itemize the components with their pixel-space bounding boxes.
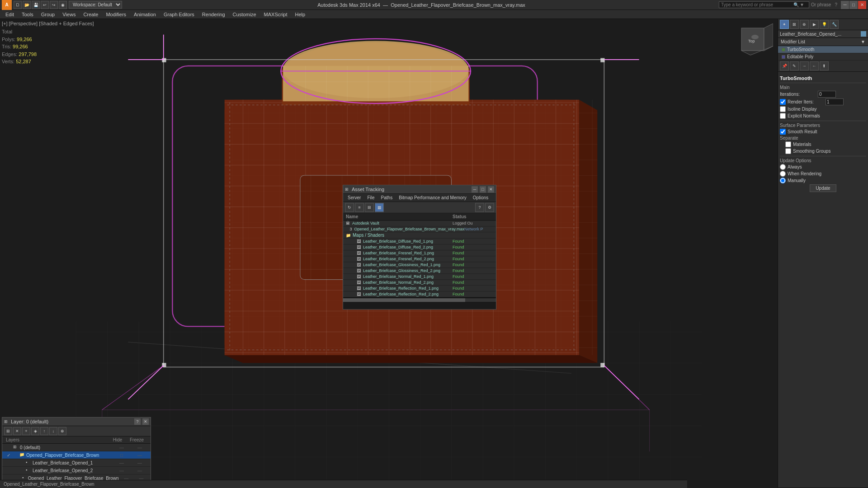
layers-select-btn[interactable]: ◈ bbox=[31, 427, 39, 435]
asset-row-map-6[interactable]: 🖼 Leather_Briefcase_Normal_Red_1.png Fou… bbox=[343, 274, 496, 280]
menu-maxscript[interactable]: MAXScript bbox=[260, 11, 291, 18]
asset-hscroll-thumb[interactable] bbox=[343, 298, 465, 302]
asset-row-map-3[interactable]: 🖼 Leather_Briefcase_Fresnel_Red_2.png Fo… bbox=[343, 256, 496, 262]
menu-animation[interactable]: Animation bbox=[130, 11, 160, 18]
close-button[interactable]: ✕ bbox=[858, 1, 866, 9]
asset-scrollbar[interactable] bbox=[343, 297, 496, 302]
layers-down-btn[interactable]: ↓ bbox=[49, 427, 57, 435]
display-panel-icon[interactable]: 💡 bbox=[820, 20, 829, 29]
create-panel-icon[interactable]: ✦ bbox=[780, 20, 789, 29]
menu-edit[interactable]: Edit bbox=[2, 11, 18, 18]
menu-customize[interactable]: Customize bbox=[229, 11, 260, 18]
utilities-panel-icon[interactable]: 🔧 bbox=[830, 20, 839, 29]
ts-manually-radio[interactable] bbox=[780, 178, 786, 183]
undo-btn[interactable]: ↩ bbox=[41, 1, 49, 9]
ts-update-button[interactable]: Update bbox=[810, 184, 836, 192]
asset-map-name: Leather_Briefcase_Fresnel_Red_2.png bbox=[363, 257, 453, 261]
modify-panel-icon[interactable]: ⊠ bbox=[790, 20, 799, 29]
modifier-list-text: Modifier List bbox=[781, 39, 805, 44]
modifier-pin-btn[interactable]: 📌 bbox=[780, 61, 789, 70]
asset-restore-btn[interactable]: □ bbox=[480, 186, 486, 192]
asset-row-map-1[interactable]: 🖼 Leather_Briefcase_Diffuse_Red_2.png Fo… bbox=[343, 244, 496, 250]
asset-menu-options[interactable]: Options bbox=[470, 195, 491, 201]
asset-row-file[interactable]: 3 Opened_Leather_Flapover_Briefcase_Brow… bbox=[343, 226, 496, 232]
asset-path-input[interactable] bbox=[343, 302, 496, 309]
minimize-button[interactable]: ─ bbox=[841, 1, 849, 9]
modifier-right-btn[interactable]: → bbox=[800, 61, 809, 70]
hierarchy-panel-icon[interactable]: ⊕ bbox=[800, 20, 809, 29]
asset-row-map-2[interactable]: 🖼 Leather_Briefcase_Fresnel_Red_1.png Fo… bbox=[343, 250, 496, 256]
modifier-up-btn[interactable]: ⬆ bbox=[820, 61, 829, 70]
asset-hscroll-track[interactable] bbox=[343, 298, 496, 302]
layer-row-default[interactable]: ⊞ 0 (default) — — bbox=[2, 444, 151, 451]
motion-panel-icon[interactable]: ▶ bbox=[810, 20, 819, 29]
asset-settings-btn[interactable]: ⚙ bbox=[485, 203, 494, 212]
asset-detail-btn[interactable]: ⊞ bbox=[365, 203, 374, 212]
help-icon[interactable]: ? bbox=[835, 2, 837, 7]
asset-row-map-7[interactable]: 🖼 Leather_Briefcase_Normal_Red_2.png Fou… bbox=[343, 280, 496, 286]
menu-help[interactable]: Help bbox=[292, 11, 309, 18]
asset-help-btn[interactable]: ? bbox=[475, 203, 484, 212]
ts-explicit-normals-checkbox[interactable] bbox=[780, 113, 786, 119]
highlight-btn[interactable]: ◉ bbox=[59, 1, 67, 9]
asset-row-map-0[interactable]: 🖼 Leather_Briefcase_Diffuse_Red_1.png Fo… bbox=[343, 239, 496, 244]
asset-menu-server[interactable]: Server bbox=[345, 195, 363, 201]
save-btn[interactable]: 💾 bbox=[32, 1, 40, 9]
asset-row-map-8[interactable]: 🖼 Leather_Briefcase_Reflection_Red_1.png… bbox=[343, 286, 496, 291]
asset-row-map-5[interactable]: 🖼 Leather_Briefcase_Glossiness_Red_2.png… bbox=[343, 268, 496, 274]
redo-btn[interactable]: ↪ bbox=[50, 1, 58, 9]
asset-menu-bitmap[interactable]: Bitmap Performance and Memory bbox=[396, 195, 469, 201]
new-btn[interactable]: 🗋 bbox=[14, 1, 22, 9]
modifier-left-btn[interactable]: ← bbox=[810, 61, 819, 70]
modifier-list-dropdown[interactable]: ▼ bbox=[861, 39, 865, 44]
search-arrow-icon[interactable]: ▼ bbox=[800, 2, 804, 7]
menu-rendering[interactable]: Rendering bbox=[198, 11, 229, 18]
search-input[interactable] bbox=[721, 2, 793, 7]
ts-render-iters-checkbox[interactable] bbox=[780, 99, 786, 105]
maximize-button[interactable]: □ bbox=[849, 1, 858, 9]
menu-create[interactable]: Create bbox=[80, 11, 102, 18]
layer-freeze-value: — bbox=[131, 453, 149, 458]
asset-row-vault[interactable]: 🏛 Autodesk Vault Logged Ou bbox=[343, 221, 496, 226]
nav-cube[interactable]: Top bbox=[737, 23, 773, 60]
ts-when-rendering-radio[interactable] bbox=[780, 171, 786, 177]
menu-tools[interactable]: Tools bbox=[18, 11, 37, 18]
search-icon[interactable]: 🔍 bbox=[793, 2, 799, 7]
ts-always-radio[interactable] bbox=[780, 164, 786, 170]
asset-row-map-9[interactable]: 🖼 Leather_Briefcase_Reflection_Red_2.png… bbox=[343, 291, 496, 297]
layer-row-opened-2[interactable]: ▪ Leather_Briefcase_Opened_2 — — bbox=[2, 467, 151, 474]
modifier-turbosmooth[interactable]: TurboSmooth bbox=[778, 46, 868, 53]
asset-close-btn[interactable]: ✕ bbox=[488, 186, 494, 192]
menu-modifiers[interactable]: Modifiers bbox=[102, 11, 130, 18]
asset-menu-file[interactable]: File bbox=[364, 195, 377, 201]
layer-row-opened-briefcase[interactable]: ✓ 📁 Opened_Flapover_Briefcase_Brown □ — bbox=[2, 451, 151, 459]
layers-new-btn[interactable]: ⊞ bbox=[4, 427, 12, 435]
asset-icon-view-btn[interactable]: ▦ bbox=[375, 203, 384, 212]
asset-row-map-4[interactable]: 🖼 Leather_Briefcase_Glossiness_Red_1.png… bbox=[343, 262, 496, 268]
asset-refresh-btn[interactable]: ↻ bbox=[345, 203, 354, 212]
ts-materials-checkbox[interactable] bbox=[785, 141, 791, 147]
modifier-editable-poly[interactable]: Editable Poly bbox=[778, 53, 868, 61]
ts-isoline-checkbox[interactable] bbox=[780, 106, 786, 112]
asset-menu-paths[interactable]: Paths bbox=[378, 195, 396, 201]
ts-render-iters-input[interactable] bbox=[826, 99, 844, 105]
layer-row-opened-1[interactable]: ▪ Leather_Briefcase_Opened_1 — — bbox=[2, 459, 151, 467]
ts-smooth-result-checkbox[interactable] bbox=[780, 129, 786, 135]
layers-add-btn[interactable]: + bbox=[22, 427, 30, 435]
modifier-edit-btn[interactable]: ✎ bbox=[790, 61, 799, 70]
layers-help-btn[interactable]: ? bbox=[134, 418, 141, 425]
menu-group[interactable]: Group bbox=[38, 11, 59, 18]
menu-views[interactable]: Views bbox=[59, 11, 79, 18]
ts-smoothing-groups-checkbox[interactable] bbox=[785, 148, 791, 154]
menu-graph-editors[interactable]: Graph Editors bbox=[160, 11, 198, 18]
layers-up-btn[interactable]: ↑ bbox=[40, 427, 48, 435]
layers-close-btn[interactable]: ✕ bbox=[142, 418, 149, 425]
ts-iterations-input[interactable] bbox=[818, 91, 836, 98]
layers-delete-btn[interactable]: ✕ bbox=[13, 427, 21, 435]
viewport[interactable]: [+] [Perspective] [Shaded + Edged Faces]… bbox=[0, 19, 778, 488]
asset-list-btn[interactable]: ≡ bbox=[355, 203, 364, 212]
workspace-dropdown[interactable]: Workspace: Default bbox=[69, 1, 122, 9]
asset-minimize-btn[interactable]: ─ bbox=[472, 186, 478, 192]
layers-expand-btn[interactable]: ⊕ bbox=[58, 427, 66, 435]
open-btn[interactable]: 📂 bbox=[23, 1, 31, 9]
